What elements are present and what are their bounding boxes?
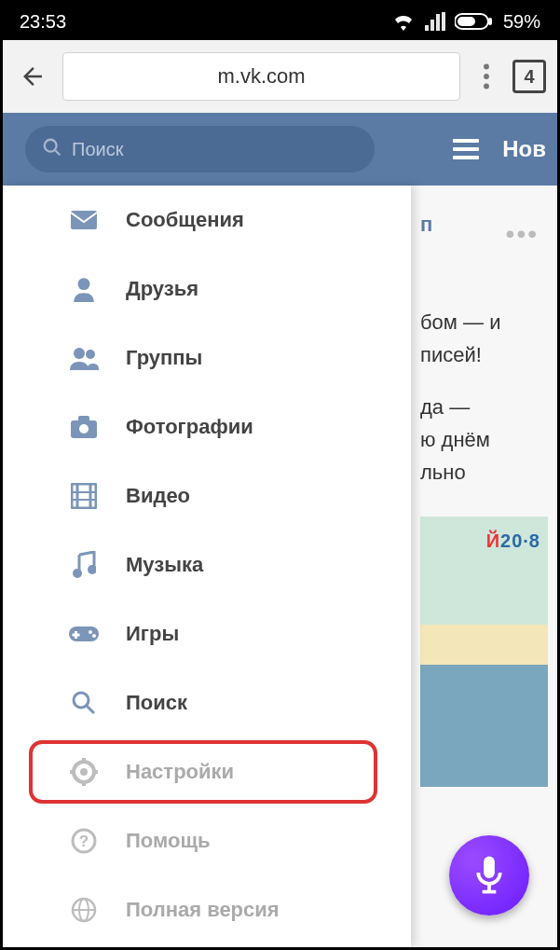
tabs-button[interactable]: 4: [512, 60, 546, 93]
user-icon: [68, 276, 100, 302]
menu-search-icon: [68, 690, 100, 716]
battery-icon: [455, 12, 494, 31]
post-image[interactable]: Й20·8: [420, 516, 548, 787]
menu-item-messages[interactable]: Сообщения: [3, 186, 411, 255]
menu-label: Настройки: [126, 760, 234, 784]
microphone-icon: [472, 855, 506, 896]
menu-item-logout[interactable]: Выход: [3, 944, 411, 950]
battery-percent: 59%: [503, 11, 540, 33]
svg-text:?: ?: [79, 833, 89, 850]
camera-icon: [68, 415, 100, 439]
svg-rect-15: [72, 484, 96, 508]
menu-label: Сообщения: [126, 208, 244, 232]
menu-item-music[interactable]: Музыка: [3, 530, 411, 599]
svg-point-4: [484, 74, 489, 79]
menu-item-games[interactable]: Игры: [3, 599, 411, 668]
globe-icon: [68, 897, 100, 923]
url-bar[interactable]: m.vk.com: [62, 52, 460, 101]
svg-rect-24: [73, 634, 80, 637]
browser-menu-button[interactable]: [471, 63, 501, 89]
svg-rect-8: [71, 211, 97, 229]
svg-rect-2: [458, 17, 475, 26]
feed-content: п ••• бом — и писей! да — ю днём льно Й2…: [411, 186, 557, 947]
post-more-button[interactable]: •••: [506, 213, 539, 255]
gamepad-icon: [68, 624, 100, 644]
svg-point-5: [484, 84, 489, 89]
svg-point-21: [88, 565, 96, 574]
search-icon: [42, 137, 62, 161]
menu-item-full-version[interactable]: Полная версия: [3, 875, 411, 944]
banner-text: Й20·8: [486, 526, 540, 556]
menu-label: Группы: [126, 346, 202, 370]
menu-label: Поиск: [126, 691, 187, 715]
search-input[interactable]: Поиск: [25, 126, 375, 172]
menu-label: Музыка: [126, 553, 203, 577]
svg-point-26: [92, 634, 96, 638]
svg-point-30: [80, 768, 88, 776]
svg-rect-13: [78, 416, 89, 422]
svg-point-10: [74, 348, 85, 359]
device-frame: 23:53 59% m.vk.com 4: [0, 0, 560, 950]
svg-rect-1: [488, 18, 492, 25]
status-bar: 23:53 59%: [3, 3, 557, 40]
menu-item-groups[interactable]: Группы: [3, 324, 411, 392]
browser-chrome: m.vk.com 4: [3, 40, 557, 113]
voice-search-button[interactable]: [449, 835, 529, 916]
menu-label: Игры: [126, 622, 179, 646]
svg-point-14: [79, 424, 89, 434]
post-author-fragment: п: [420, 213, 432, 236]
side-menu: Сообщения Друзья Группы Фотографии Видео: [3, 186, 411, 947]
svg-point-25: [89, 630, 92, 634]
help-icon: ?: [68, 828, 100, 854]
svg-point-11: [86, 350, 95, 359]
menu-label: Помощь: [126, 829, 210, 853]
film-icon: [68, 483, 100, 509]
menu-label: Полная версия: [126, 898, 280, 922]
status-right: 59%: [391, 11, 540, 33]
svg-line-7: [55, 150, 61, 156]
menu-label: Фотографии: [126, 415, 253, 439]
menu-label: Видео: [126, 484, 190, 508]
menu-item-photos[interactable]: Фотографии: [3, 392, 411, 461]
svg-point-9: [78, 278, 90, 290]
post-text: бом — и писей! да — ю днём льно: [420, 306, 548, 489]
vk-header: Поиск Нов: [3, 113, 557, 186]
tab-count: 4: [524, 66, 534, 88]
users-icon: [68, 346, 100, 370]
wifi-icon: [391, 12, 416, 31]
url-text: m.vk.com: [217, 64, 305, 89]
menu-label: Друзья: [126, 277, 198, 301]
menu-item-friends[interactable]: Друзья: [3, 255, 411, 324]
signal-icon: [425, 12, 445, 31]
search-placeholder: Поиск: [72, 139, 123, 160]
svg-line-28: [87, 706, 94, 713]
svg-point-27: [74, 693, 89, 708]
status-time: 23:53: [20, 11, 66, 33]
browser-back-button[interactable]: [14, 62, 51, 90]
svg-rect-40: [484, 856, 495, 877]
menu-item-settings[interactable]: Настройки: [3, 737, 411, 806]
menu-item-search[interactable]: Поиск: [3, 668, 411, 737]
music-icon: [68, 551, 100, 579]
svg-point-3: [484, 64, 489, 70]
menu-item-help[interactable]: ? Помощь: [3, 806, 411, 875]
menu-toggle-button[interactable]: [453, 134, 479, 164]
gear-icon: [68, 758, 100, 786]
svg-point-6: [45, 140, 57, 152]
menu-item-video[interactable]: Видео: [3, 461, 411, 530]
page-title: Нов: [502, 136, 546, 162]
mail-icon: [68, 210, 100, 230]
